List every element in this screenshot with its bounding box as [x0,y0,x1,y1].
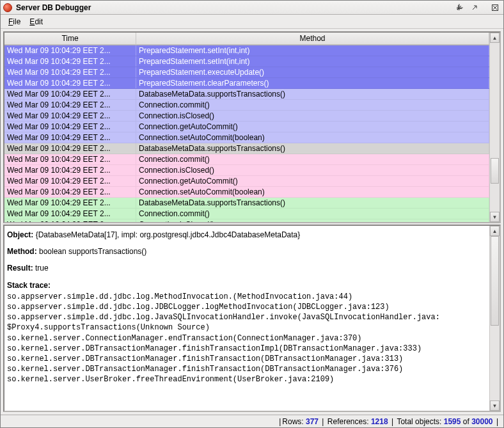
status-refs-label: References: [327,417,369,426]
titlebar[interactable]: Server DB Debugger [1,1,503,15]
cell-method: Connection.isClosed() [136,165,489,175]
table-row[interactable]: Wed Mar 09 10:04:29 EET 2...Connection.i… [4,165,489,176]
status-total-label: Total objects: [397,417,441,426]
cell-time: Wed Mar 09 10:04:29 EET 2... [4,111,136,121]
detail-scrollbar[interactable]: ▲ ▼ [489,226,500,411]
content-area: Time Method Wed Mar 09 10:04:29 EET 2...… [1,29,503,415]
cell-method: Connection.setAutoCommit(boolean) [136,187,489,197]
cell-time: Wed Mar 09 10:04:29 EET 2... [4,154,136,164]
cell-method: Connection.commit() [136,100,489,110]
cell-method: PreparedStatement.setInt(int,int) [136,45,489,56]
menu-file[interactable]: File [4,16,24,28]
col-header-time[interactable]: Time [4,33,136,45]
object-label: Object: [7,230,33,239]
status-total-of: of [463,417,469,426]
log-table-pane: Time Method Wed Mar 09 10:04:29 EET 2...… [3,31,501,223]
object-value: {DatabaseMetaData[17], impl: org.postgre… [36,230,301,239]
table-row[interactable]: Wed Mar 09 10:04:29 EET 2...PreparedStat… [4,78,489,89]
table-row[interactable]: Wed Mar 09 10:04:29 EET 2...DatabaseMeta… [4,198,489,209]
table-row[interactable]: Wed Mar 09 10:04:29 EET 2...DatabaseMeta… [4,143,489,154]
stack-trace-label: Stack trace: [7,280,487,290]
detail-scroll-track[interactable] [490,236,500,400]
cell-time: Wed Mar 09 10:04:29 EET 2... [4,100,136,110]
table-row[interactable]: Wed Mar 09 10:04:29 EET 2...PreparedStat… [4,45,489,56]
cell-method: DatabaseMetaData.supportsTransactions() [136,198,489,208]
app-icon [3,3,12,12]
status-refs-value: 1218 [371,417,388,426]
scroll-track[interactable] [490,43,500,212]
detail-pane: Object: {DatabaseMetaData[17], impl: org… [3,225,501,412]
cell-method: Connection.isClosed() [136,111,489,121]
status-rows-label: Rows: [282,417,303,426]
method-value: boolean supportsTransactions() [39,247,146,256]
minimize-button[interactable] [453,3,465,13]
table-row[interactable]: Wed Mar 09 10:04:29 EET 2...DatabaseMeta… [4,89,489,100]
scroll-thumb[interactable] [491,158,499,184]
statusbar: | Rows: 377 | References: 1218 | Total o… [1,415,503,427]
table-row[interactable]: Wed Mar 09 10:04:29 EET 2...Connection.c… [4,100,489,111]
table-header: Time Method [4,33,489,45]
cell-time: Wed Mar 09 10:04:29 EET 2... [4,132,136,143]
detail-scroll-down-button[interactable]: ▼ [490,400,500,411]
table-row[interactable]: Wed Mar 09 10:04:29 EET 2...Connection.c… [4,154,489,165]
app-window: Server DB Debugger File Edit [0,0,504,428]
cell-method: DatabaseMetaData.supportsTransactions() [136,89,489,99]
table-row[interactable]: Wed Mar 09 10:04:29 EET 2...PreparedStat… [4,56,489,67]
maximize-icon [471,4,478,12]
cell-time: Wed Mar 09 10:04:29 EET 2... [4,219,136,222]
table-row[interactable]: Wed Mar 09 10:04:29 EET 2...Connection.s… [4,132,489,143]
detail-scroll-thumb[interactable] [491,236,499,326]
table-row[interactable]: Wed Mar 09 10:04:29 EET 2...Connection.g… [4,176,489,187]
table-row[interactable]: Wed Mar 09 10:04:29 EET 2...Connection.s… [4,187,489,198]
cell-time: Wed Mar 09 10:04:29 EET 2... [4,78,136,88]
detail-result-line: Result: true [7,263,487,273]
cell-time: Wed Mar 09 10:04:29 EET 2... [4,45,136,56]
cell-method: DatabaseMetaData.supportsTransactions() [136,143,489,154]
cell-time: Wed Mar 09 10:04:29 EET 2... [4,209,136,219]
cell-time: Wed Mar 09 10:04:29 EET 2... [4,143,136,154]
table-row[interactable]: Wed Mar 09 10:04:29 EET 2...Connection.i… [4,219,489,222]
maximize-button[interactable] [469,3,480,13]
result-label: Result: [7,264,33,273]
table-row[interactable]: Wed Mar 09 10:04:29 EET 2...PreparedStat… [4,67,489,78]
method-label: Method: [7,247,37,256]
cell-time: Wed Mar 09 10:04:29 EET 2... [4,122,136,132]
status-total-value: 1595 [444,417,461,426]
cell-method: PreparedStatement.setInt(int,int) [136,56,489,67]
cell-time: Wed Mar 09 10:04:29 EET 2... [4,67,136,77]
table-body[interactable]: Wed Mar 09 10:04:29 EET 2...PreparedStat… [4,45,489,222]
cell-method: Connection.getAutoCommit() [136,176,489,186]
detail-method-line: Method: boolean supportsTransactions() [7,246,487,257]
cell-time: Wed Mar 09 10:04:29 EET 2... [4,56,136,67]
cell-method: Connection.isClosed() [136,219,489,222]
menubar: File Edit [1,15,503,29]
minimize-icon [455,4,463,12]
detail-scroll-up-button[interactable]: ▲ [490,226,500,236]
cell-method: PreparedStatement.clearParameters() [136,78,489,88]
detail-object-line: Object: {DatabaseMetaData[17], impl: org… [7,230,487,240]
cell-time: Wed Mar 09 10:04:29 EET 2... [4,176,136,186]
table-row[interactable]: Wed Mar 09 10:04:29 EET 2...Connection.c… [4,209,489,219]
col-header-method[interactable]: Method [136,33,489,45]
cell-time: Wed Mar 09 10:04:29 EET 2... [4,187,136,197]
scroll-down-button[interactable]: ▼ [490,212,500,222]
cell-method: Connection.commit() [136,209,489,219]
window-title: Server DB Debugger [16,3,91,12]
cell-method: Connection.getAutoCommit() [136,122,489,132]
cell-method: Connection.setAutoCommit(boolean) [136,132,489,143]
close-button[interactable] [489,3,501,13]
cell-time: Wed Mar 09 10:04:29 EET 2... [4,89,136,99]
table-row[interactable]: Wed Mar 09 10:04:29 EET 2...Connection.i… [4,111,489,122]
detail-body: Object: {DatabaseMetaData[17], impl: org… [4,226,489,411]
status-total-max: 30000 [471,417,492,426]
table-scrollbar[interactable]: ▲ ▼ [489,33,500,222]
log-table: Time Method Wed Mar 09 10:04:29 EET 2...… [4,33,489,222]
menu-edit[interactable]: Edit [26,16,47,28]
scroll-up-button[interactable]: ▲ [490,33,500,43]
stack-trace: so.appserver.simple.dd.jdbc.log.MethodIn… [7,292,487,385]
cell-time: Wed Mar 09 10:04:29 EET 2... [4,198,136,208]
cell-method: Connection.commit() [136,154,489,164]
close-icon [491,4,499,12]
table-row[interactable]: Wed Mar 09 10:04:29 EET 2...Connection.g… [4,122,489,132]
result-value: true [35,264,49,273]
